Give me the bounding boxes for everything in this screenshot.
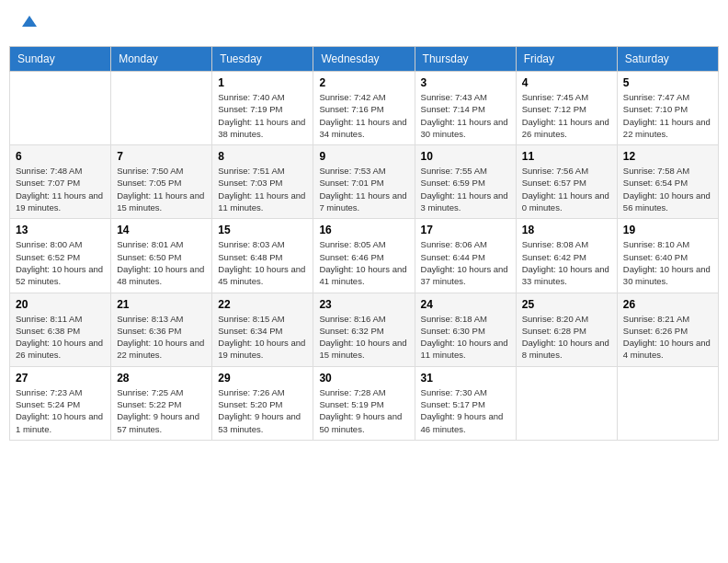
calendar-week-row: 1Sunrise: 7:40 AMSunset: 7:19 PMDaylight… — [10, 72, 719, 145]
calendar-cell — [111, 72, 212, 145]
day-info: Sunrise: 7:28 AMSunset: 5:19 PMDaylight:… — [319, 386, 408, 435]
day-info: Sunrise: 8:01 AMSunset: 6:50 PMDaylight:… — [117, 238, 206, 287]
day-info: Sunrise: 8:21 AMSunset: 6:26 PMDaylight:… — [623, 313, 712, 362]
calendar-week-row: 20Sunrise: 8:11 AMSunset: 6:38 PMDayligh… — [10, 293, 719, 366]
calendar-cell: 11Sunrise: 7:56 AMSunset: 6:57 PMDayligh… — [516, 145, 617, 219]
calendar-week-row: 6Sunrise: 7:48 AMSunset: 7:07 PMDaylight… — [10, 145, 719, 219]
calendar-cell: 2Sunrise: 7:42 AMSunset: 7:16 PMDaylight… — [313, 72, 415, 145]
logo-icon — [20, 14, 39, 32]
day-number: 27 — [16, 372, 105, 385]
day-info: Sunrise: 8:20 AMSunset: 6:28 PMDaylight:… — [522, 313, 611, 362]
day-number: 14 — [117, 224, 206, 236]
calendar-cell: 15Sunrise: 8:03 AMSunset: 6:48 PMDayligh… — [212, 219, 313, 293]
day-info: Sunrise: 7:56 AMSunset: 6:57 PMDaylight:… — [522, 165, 611, 213]
calendar-cell: 1Sunrise: 7:40 AMSunset: 7:19 PMDaylight… — [212, 72, 313, 145]
calendar-cell: 5Sunrise: 7:47 AMSunset: 7:10 PMDaylight… — [617, 72, 718, 145]
day-number: 23 — [319, 298, 408, 311]
calendar-cell: 13Sunrise: 8:00 AMSunset: 6:52 PMDayligh… — [10, 219, 111, 293]
calendar-cell: 24Sunrise: 8:18 AMSunset: 6:30 PMDayligh… — [415, 293, 516, 366]
calendar-table: SundayMondayTuesdayWednesdayThursdayFrid… — [9, 46, 719, 441]
day-info: Sunrise: 8:06 AMSunset: 6:44 PMDaylight:… — [421, 238, 510, 287]
day-info: Sunrise: 7:53 AMSunset: 7:01 PMDaylight:… — [319, 165, 408, 213]
day-info: Sunrise: 8:00 AMSunset: 6:52 PMDaylight:… — [16, 238, 105, 287]
day-number: 22 — [218, 298, 307, 311]
day-of-week-header: Tuesday — [212, 47, 313, 72]
day-info: Sunrise: 7:26 AMSunset: 5:20 PMDaylight:… — [218, 386, 307, 435]
calendar-cell: 21Sunrise: 8:13 AMSunset: 6:36 PMDayligh… — [111, 293, 212, 366]
day-number: 8 — [218, 150, 307, 163]
day-number: 17 — [421, 224, 510, 236]
day-info: Sunrise: 8:18 AMSunset: 6:30 PMDaylight:… — [421, 313, 510, 362]
calendar-cell: 9Sunrise: 7:53 AMSunset: 7:01 PMDaylight… — [313, 145, 415, 219]
day-info: Sunrise: 7:30 AMSunset: 5:17 PMDaylight:… — [421, 386, 510, 435]
day-info: Sunrise: 8:13 AMSunset: 6:36 PMDaylight:… — [117, 313, 206, 362]
day-info: Sunrise: 7:55 AMSunset: 6:59 PMDaylight:… — [421, 165, 510, 213]
day-info: Sunrise: 7:23 AMSunset: 5:24 PMDaylight:… — [16, 386, 105, 435]
day-number: 13 — [16, 224, 105, 236]
calendar-cell: 8Sunrise: 7:51 AMSunset: 7:03 PMDaylight… — [212, 145, 313, 219]
logo — [18, 14, 40, 32]
day-info: Sunrise: 7:47 AMSunset: 7:10 PMDaylight:… — [623, 91, 712, 140]
calendar-week-row: 13Sunrise: 8:00 AMSunset: 6:52 PMDayligh… — [10, 219, 719, 293]
day-of-week-header: Thursday — [415, 47, 516, 72]
day-number: 30 — [319, 372, 408, 385]
calendar-cell: 20Sunrise: 8:11 AMSunset: 6:38 PMDayligh… — [10, 293, 111, 366]
day-number: 29 — [218, 372, 307, 385]
calendar-cell: 22Sunrise: 8:15 AMSunset: 6:34 PMDayligh… — [212, 293, 313, 366]
calendar-cell: 30Sunrise: 7:28 AMSunset: 5:19 PMDayligh… — [313, 366, 415, 440]
day-info: Sunrise: 8:11 AMSunset: 6:38 PMDaylight:… — [16, 313, 105, 362]
calendar-cell: 28Sunrise: 7:25 AMSunset: 5:22 PMDayligh… — [111, 366, 212, 440]
day-number: 15 — [218, 224, 307, 236]
day-info: Sunrise: 8:15 AMSunset: 6:34 PMDaylight:… — [218, 313, 307, 362]
day-number: 20 — [16, 298, 105, 311]
day-number: 10 — [421, 150, 510, 163]
day-number: 6 — [16, 150, 105, 163]
calendar-header-row: SundayMondayTuesdayWednesdayThursdayFrid… — [10, 47, 719, 72]
day-number: 31 — [421, 372, 510, 385]
calendar-cell: 7Sunrise: 7:50 AMSunset: 7:05 PMDaylight… — [111, 145, 212, 219]
day-of-week-header: Saturday — [617, 47, 718, 72]
day-number: 28 — [117, 372, 206, 385]
calendar-cell: 17Sunrise: 8:06 AMSunset: 6:44 PMDayligh… — [415, 219, 516, 293]
day-info: Sunrise: 8:16 AMSunset: 6:32 PMDaylight:… — [319, 313, 408, 362]
calendar-cell: 29Sunrise: 7:26 AMSunset: 5:20 PMDayligh… — [212, 366, 313, 440]
day-number: 21 — [117, 298, 206, 311]
day-number: 26 — [623, 298, 712, 311]
calendar-cell: 18Sunrise: 8:08 AMSunset: 6:42 PMDayligh… — [516, 219, 617, 293]
calendar-cell — [516, 366, 617, 440]
day-number: 12 — [623, 150, 712, 163]
calendar-cell: 31Sunrise: 7:30 AMSunset: 5:17 PMDayligh… — [415, 366, 516, 440]
day-number: 2 — [319, 76, 408, 89]
calendar-cell: 6Sunrise: 7:48 AMSunset: 7:07 PMDaylight… — [10, 145, 111, 219]
calendar-cell: 26Sunrise: 8:21 AMSunset: 6:26 PMDayligh… — [617, 293, 718, 366]
day-of-week-header: Monday — [111, 47, 212, 72]
day-info: Sunrise: 7:42 AMSunset: 7:16 PMDaylight:… — [319, 91, 408, 140]
calendar-cell: 10Sunrise: 7:55 AMSunset: 6:59 PMDayligh… — [415, 145, 516, 219]
day-number: 3 — [421, 76, 510, 89]
day-info: Sunrise: 7:25 AMSunset: 5:22 PMDaylight:… — [117, 386, 206, 435]
day-info: Sunrise: 8:05 AMSunset: 6:46 PMDaylight:… — [319, 238, 408, 287]
day-info: Sunrise: 7:45 AMSunset: 7:12 PMDaylight:… — [522, 91, 611, 140]
day-info: Sunrise: 7:43 AMSunset: 7:14 PMDaylight:… — [421, 91, 510, 140]
day-number: 7 — [117, 150, 206, 163]
day-number: 19 — [623, 224, 712, 236]
day-number: 16 — [319, 224, 408, 236]
day-info: Sunrise: 7:40 AMSunset: 7:19 PMDaylight:… — [218, 91, 307, 140]
calendar-cell: 3Sunrise: 7:43 AMSunset: 7:14 PMDaylight… — [415, 72, 516, 145]
day-number: 25 — [522, 298, 611, 311]
day-number: 5 — [623, 76, 712, 89]
day-info: Sunrise: 7:50 AMSunset: 7:05 PMDaylight:… — [117, 165, 206, 213]
day-info: Sunrise: 7:51 AMSunset: 7:03 PMDaylight:… — [218, 165, 307, 213]
day-number: 11 — [522, 150, 611, 163]
calendar-cell: 12Sunrise: 7:58 AMSunset: 6:54 PMDayligh… — [617, 145, 718, 219]
day-number: 1 — [218, 76, 307, 89]
calendar-cell: 27Sunrise: 7:23 AMSunset: 5:24 PMDayligh… — [10, 366, 111, 440]
day-number: 9 — [319, 150, 408, 163]
calendar-cell — [617, 366, 718, 440]
svg-marker-0 — [22, 16, 37, 27]
day-info: Sunrise: 8:08 AMSunset: 6:42 PMDaylight:… — [522, 238, 611, 287]
calendar-cell: 16Sunrise: 8:05 AMSunset: 6:46 PMDayligh… — [313, 219, 415, 293]
calendar-cell: 14Sunrise: 8:01 AMSunset: 6:50 PMDayligh… — [111, 219, 212, 293]
calendar-cell — [10, 72, 111, 145]
day-of-week-header: Friday — [516, 47, 617, 72]
